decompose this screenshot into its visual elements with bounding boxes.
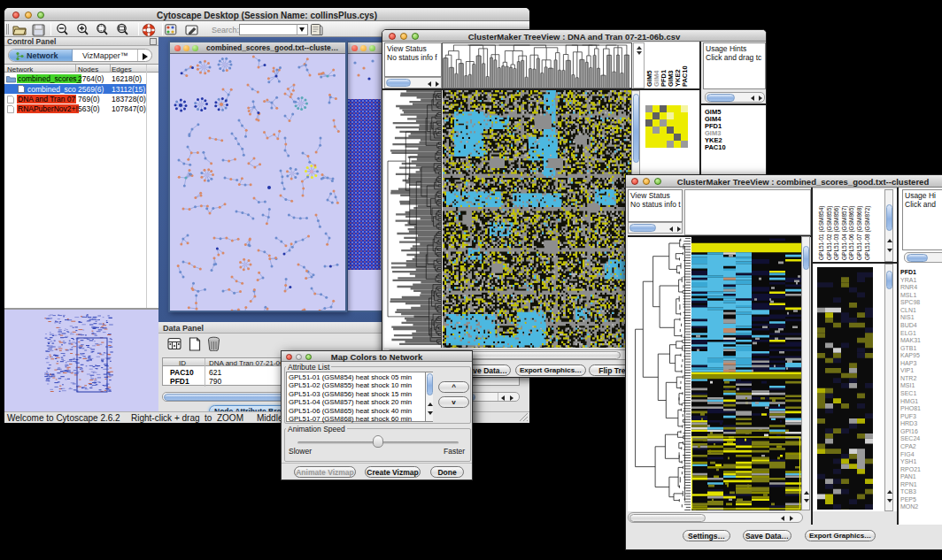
svg-text:GPL51-01 (GSM854): GPL51-01 (GSM854) [818, 206, 825, 260]
svg-text:GPL51-08 (GSM872): GPL51-08 (GSM872) [864, 206, 871, 260]
svg-text:GPL51-03 (GSM856): GPL51-03 (GSM856) [833, 206, 840, 260]
svg-text:GPL51-04 (GSM857): GPL51-04 (GSM857) [841, 206, 848, 260]
svg-text:GPL51-06 (GSM865): GPL51-06 (GSM865) [848, 206, 855, 260]
svg-text:PAC10: PAC10 [681, 65, 689, 87]
svg-text:GPL51-02 (GSM855): GPL51-02 (GSM855) [826, 206, 833, 260]
svg-text:GPL51-07 (GSM868): GPL51-07 (GSM868) [856, 206, 863, 260]
